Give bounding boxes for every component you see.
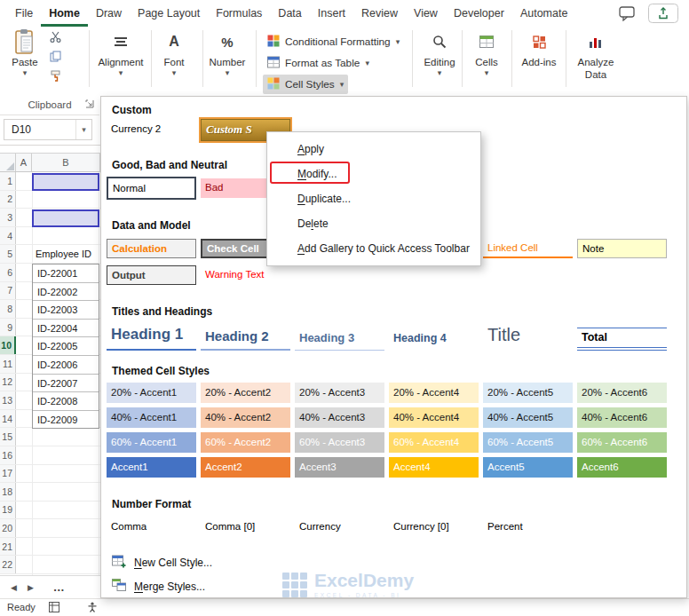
sheet-options-dots[interactable]: …: [53, 580, 66, 594]
analyze-data-button[interactable]: Analyze Data: [570, 28, 622, 92]
tab-automate[interactable]: Automate: [512, 1, 576, 27]
tab-review[interactable]: Review: [353, 1, 406, 27]
style-output[interactable]: Output: [107, 265, 196, 285]
dialog-launcher-icon[interactable]: [85, 99, 94, 110]
style-total[interactable]: Total: [577, 328, 667, 351]
style-accent3[interactable]: Accent3: [295, 457, 384, 478]
conditional-formatting-button[interactable]: Conditional Formatting ▾: [263, 32, 404, 51]
select-all-corner[interactable]: [0, 154, 16, 171]
column-header-a[interactable]: A: [16, 154, 32, 171]
copy-button[interactable]: [46, 51, 64, 65]
new-cell-style-button[interactable]: New Cell Style...: [112, 555, 212, 571]
style-60-accent6[interactable]: 60% - Accent6: [577, 432, 667, 453]
next-sheet-arrow[interactable]: ▶: [28, 583, 34, 592]
style-note[interactable]: Note: [577, 239, 667, 258]
style-60-accent5[interactable]: 60% - Accent5: [483, 432, 573, 453]
name-box[interactable]: D10 ▾: [4, 119, 92, 140]
column-header-b[interactable]: B: [32, 154, 100, 171]
style-currency-0[interactable]: Currency [0]: [389, 517, 479, 537]
style-20-accent6[interactable]: 20% - Accent6: [577, 383, 667, 403]
merge-styles-button[interactable]: Merge Styles...: [112, 579, 205, 594]
cell-b6[interactable]: ID-22001: [33, 265, 99, 283]
cell-b3[interactable]: [32, 209, 99, 227]
add-ins-button[interactable]: Add-ins: [515, 28, 563, 92]
style-40-accent5[interactable]: 40% - Accent5: [483, 407, 573, 428]
chevron-down-icon[interactable]: ▾: [75, 120, 91, 139]
row-header-7[interactable]: 7: [0, 282, 16, 300]
row-header-10[interactable]: 10: [0, 336, 16, 354]
style-40-accent4[interactable]: 40% - Accent4: [389, 407, 479, 428]
style-currency[interactable]: Currency: [295, 517, 384, 537]
menu-item-add-gallery-to-quick-access-toolbar[interactable]: Add Gallery to Quick Access Toolbar: [267, 236, 480, 261]
alignment-button[interactable]: Alignment ▾: [96, 28, 146, 92]
tab-page-layout[interactable]: Page Layout: [130, 1, 208, 27]
tab-view[interactable]: View: [406, 1, 446, 27]
style-60-accent2[interactable]: 60% - Accent2: [201, 432, 290, 453]
cut-button[interactable]: [46, 31, 64, 45]
row-header-2[interactable]: 2: [0, 191, 16, 209]
style-40-accent6[interactable]: 40% - Accent6: [577, 407, 667, 428]
style-normal[interactable]: Normal: [107, 177, 196, 200]
row-header-19[interactable]: 19: [0, 501, 16, 519]
style-accent5[interactable]: Accent5: [483, 457, 573, 478]
style-accent4[interactable]: Accent4: [389, 457, 479, 478]
style-accent6[interactable]: Accent6: [577, 457, 667, 478]
style-40-accent3[interactable]: 40% - Accent3: [295, 407, 384, 428]
cells-button[interactable]: Cells ▾: [465, 28, 508, 92]
cell-b5[interactable]: Employee ID: [36, 245, 91, 264]
cell-b11[interactable]: ID-22006: [33, 356, 99, 375]
menu-item-duplicate[interactable]: Duplicate...: [267, 186, 480, 211]
cell-b12[interactable]: ID-22007: [33, 375, 99, 393]
prev-sheet-arrow[interactable]: ◀: [11, 583, 17, 592]
editing-button[interactable]: Editing ▾: [419, 28, 460, 92]
style-60-accent1[interactable]: 60% - Accent1: [107, 432, 196, 453]
style-20-accent2[interactable]: 20% - Accent2: [201, 383, 290, 403]
macro-record-icon[interactable]: [49, 602, 59, 615]
style-60-accent3[interactable]: 60% - Accent3: [295, 432, 384, 453]
style-20-accent5[interactable]: 20% - Accent5: [483, 383, 573, 403]
tab-data[interactable]: Data: [270, 1, 309, 27]
row-header-16[interactable]: 16: [0, 446, 16, 464]
menu-item-delete[interactable]: Delete: [267, 211, 480, 236]
cell-b10[interactable]: ID-22005: [33, 337, 99, 356]
row-header-3[interactable]: 3: [0, 209, 16, 226]
row-header-6[interactable]: 6: [0, 264, 16, 281]
cell-b1[interactable]: [32, 173, 99, 191]
style-20-accent4[interactable]: 20% - Accent4: [389, 383, 479, 403]
format-painter-button[interactable]: [46, 70, 64, 84]
row-header-5[interactable]: 5: [0, 245, 16, 263]
tab-developer[interactable]: Developer: [446, 1, 512, 27]
style-heading-1[interactable]: Heading 1: [107, 320, 196, 351]
menu-item-apply[interactable]: Apply: [267, 137, 480, 162]
row-header-9[interactable]: 9: [0, 319, 16, 336]
format-as-table-button[interactable]: Format as Table ▾: [263, 53, 374, 73]
row-header-22[interactable]: 22: [0, 556, 16, 573]
cell-styles-button[interactable]: Cell Styles ▾: [263, 75, 348, 94]
number-button[interactable]: % Number ▾: [204, 28, 250, 92]
row-header-13[interactable]: 13: [0, 391, 16, 409]
tab-home[interactable]: Home: [41, 1, 88, 27]
row-header-15[interactable]: 15: [0, 428, 16, 446]
cell-b14[interactable]: ID-22009: [33, 411, 99, 429]
style-40-accent2[interactable]: 40% - Accent2: [201, 407, 290, 428]
style-heading-3[interactable]: Heading 3: [295, 327, 384, 351]
tab-formulas[interactable]: Formulas: [208, 1, 270, 27]
style-accent1[interactable]: Accent1: [107, 457, 196, 478]
row-header-14[interactable]: 14: [0, 410, 16, 428]
row-header-1[interactable]: 1: [0, 172, 16, 190]
style-calculation[interactable]: Calculation: [107, 239, 196, 258]
row-header-12[interactable]: 12: [0, 374, 16, 391]
comments-icon[interactable]: [619, 6, 636, 24]
style-comma[interactable]: Comma: [107, 517, 196, 537]
row-header-21[interactable]: 21: [0, 538, 16, 556]
style-accent2[interactable]: Accent2: [201, 457, 290, 478]
style-20-accent3[interactable]: 20% - Accent3: [295, 383, 384, 403]
style-title[interactable]: Title: [483, 320, 573, 351]
style-comma-0[interactable]: Comma [0]: [201, 517, 290, 537]
style-percent[interactable]: Percent: [483, 517, 573, 537]
cell-b7[interactable]: ID-22002: [33, 283, 99, 302]
cell-b8[interactable]: ID-22003: [33, 301, 99, 320]
paste-button[interactable]: Paste ▾: [5, 28, 44, 92]
cell-b13[interactable]: ID-22008: [33, 392, 99, 411]
style-warning-text[interactable]: Warning Text: [201, 265, 290, 285]
